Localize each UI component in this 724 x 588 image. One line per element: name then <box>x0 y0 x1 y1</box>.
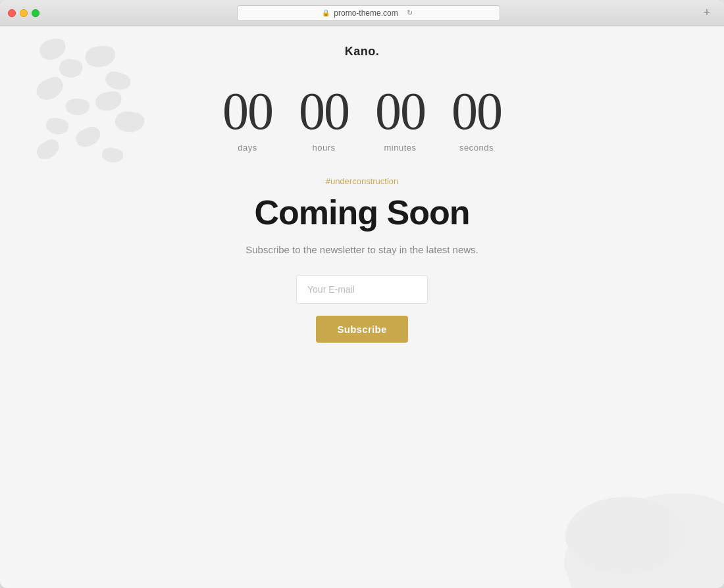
page-content: Kano. 00 days 00 hours 00 minutes 00 <box>0 26 724 588</box>
close-button[interactable] <box>8 9 16 17</box>
countdown-minutes: 00 minutes <box>375 85 425 153</box>
new-tab-button[interactable]: + <box>698 4 716 22</box>
hours-value: 00 <box>299 85 349 137</box>
seconds-value: 00 <box>452 85 502 137</box>
minutes-label: minutes <box>384 143 416 153</box>
days-label: days <box>238 143 257 153</box>
url-text: promo-theme.com <box>334 9 398 18</box>
minimize-button[interactable] <box>20 9 28 17</box>
countdown-container: 00 days 00 hours 00 minutes 00 seconds <box>222 85 502 153</box>
browser-titlebar: 🔒 promo-theme.com ↻ + <box>0 0 724 26</box>
site-logo: Kano. <box>345 45 380 59</box>
minutes-value: 00 <box>375 85 425 137</box>
hashtag-text: #underconstruction <box>326 176 399 186</box>
main-content: Kano. 00 days 00 hours 00 minutes 00 <box>0 26 724 343</box>
coming-soon-title: Coming Soon <box>255 193 470 232</box>
countdown-seconds: 00 seconds <box>452 85 502 153</box>
seconds-label: seconds <box>459 143 494 153</box>
traffic-lights <box>8 9 39 17</box>
subscribe-button[interactable]: Subscribe <box>316 316 407 343</box>
email-input[interactable] <box>296 275 428 304</box>
decorative-watermark-bottomright <box>527 456 724 588</box>
addressbar-container: 🔒 promo-theme.com ↻ <box>45 5 692 21</box>
maximize-button[interactable] <box>32 9 39 17</box>
subtitle-text: Subscribe to the newsletter to stay in t… <box>246 244 478 255</box>
address-bar[interactable]: 🔒 promo-theme.com ↻ <box>237 5 500 21</box>
days-value: 00 <box>222 85 272 137</box>
browser-window: 🔒 promo-theme.com ↻ + <box>0 0 724 588</box>
countdown-hours: 00 hours <box>299 85 349 153</box>
countdown-days: 00 days <box>222 85 272 153</box>
lock-icon: 🔒 <box>322 9 330 16</box>
site-header: Kano. <box>345 26 380 59</box>
refresh-button[interactable]: ↻ <box>405 8 415 18</box>
hours-label: hours <box>312 143 335 153</box>
